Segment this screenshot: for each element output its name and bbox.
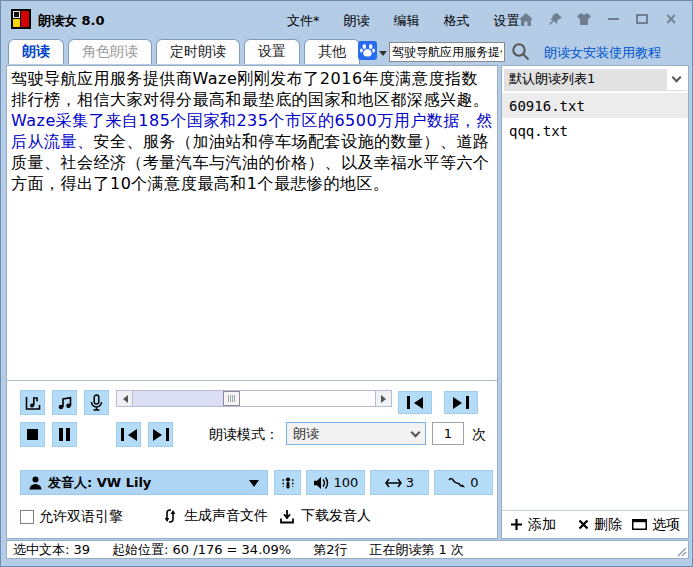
tab-timed-read[interactable]: 定时朗读 [156, 39, 240, 64]
search-input[interactable] [389, 42, 505, 62]
download-voice-label: 下载发音人 [301, 507, 371, 525]
chevron-down-icon [411, 427, 421, 437]
menu-edit[interactable]: 编辑 [394, 12, 420, 30]
voice-preview-icon [280, 475, 296, 491]
tab-read[interactable]: 朗读 [8, 39, 64, 64]
background-music-button[interactable] [52, 390, 77, 415]
voice-preview-button[interactable] [274, 470, 301, 495]
tab-bar: 朗读 角色朗读 定时朗读 设置 其他 [8, 39, 360, 64]
pitch-wave-icon [448, 477, 466, 489]
pin-icon[interactable] [547, 11, 563, 27]
playlist-panel: 默认朗读列表1 60916.txt qqq.txt 添加 删除 选项 [501, 65, 689, 539]
app-window: 朗读女 8.0 文件* 朗读 编辑 格式 设置 × 朗读 角色朗读 定时朗读 [0, 0, 693, 567]
music-note-icon [57, 395, 73, 411]
text-editor[interactable]: 驾驶导航应用服务提供商Waze刚刚发布了2016年度满意度指数排行榜，相信大家对… [7, 66, 497, 381]
read-mode-label: 朗读模式： [209, 426, 279, 444]
status-position: 起始位置: 60 /176 = 34.09% [112, 541, 291, 559]
read-mode-value: 朗读 [293, 425, 319, 443]
tutorial-link[interactable]: 朗读女安装使用教程 [544, 44, 661, 62]
x-icon [578, 519, 589, 530]
microphone-icon [89, 394, 104, 412]
playlist-list: 60916.txt qqq.txt [502, 93, 688, 143]
minimize-icon[interactable] [605, 11, 621, 27]
add-button[interactable]: 添加 [510, 516, 556, 534]
speed-value: 3 [406, 475, 414, 490]
voice-name: 发音人: VW Lily [48, 474, 151, 492]
stop-icon [27, 429, 38, 440]
baidu-paw-icon [358, 41, 377, 64]
download-icon [279, 509, 295, 524]
save-audio-button[interactable] [20, 390, 45, 415]
dropdown-arrow-icon [249, 480, 259, 492]
checkbox-icon [20, 510, 34, 524]
read-mode-select[interactable]: 朗读 [286, 422, 426, 445]
pitch-value: 0 [470, 475, 478, 490]
note-in-box-icon [24, 394, 42, 412]
pause-button[interactable] [52, 422, 77, 447]
status-reading: 正在朗读第 1 次 [369, 541, 464, 559]
menu-settings[interactable]: 设置 [494, 12, 520, 30]
tab-other[interactable]: 其他 [304, 39, 360, 64]
list-item[interactable]: 60916.txt [502, 93, 688, 118]
app-logo-icon [11, 9, 31, 29]
voice-selector[interactable]: 发音人: VW Lily [20, 470, 268, 495]
chevron-down-icon [672, 73, 682, 83]
status-selected-text: 选中文本: 39 [13, 541, 90, 559]
download-voice-button[interactable]: 下载发音人 [279, 507, 371, 525]
window-title: 朗读女 8.0 [38, 12, 105, 30]
list-item[interactable]: qqq.txt [502, 118, 688, 143]
main-panel: 驾驶导航应用服务提供商Waze刚刚发布了2016年度满意度指数排行榜，相信大家对… [6, 65, 498, 539]
tab-role-read[interactable]: 角色朗读 [68, 39, 152, 64]
delete-button[interactable]: 删除 [578, 516, 622, 534]
status-bar: 选中文本: 39 起始位置: 60 /176 = 34.09% 第2行 正在朗读… [6, 540, 689, 559]
playback-controls: 朗读模式： 朗读 次 发音人: VW Lily 100 3 [7, 381, 497, 538]
person-icon [29, 476, 42, 490]
progress-slider[interactable] [116, 390, 392, 407]
close-icon[interactable]: × [663, 11, 679, 27]
editor-text-before: 驾驶导航应用服务提供商Waze刚刚发布了2016年度满意度指数排行榜，相信大家对… [11, 69, 490, 109]
speaker-icon [313, 476, 330, 490]
playlist-actions: 添加 删除 选项 [502, 510, 688, 538]
read-times-label: 次 [472, 426, 486, 444]
speed-arrows-icon [385, 478, 402, 488]
menu-file[interactable]: 文件* [287, 12, 320, 30]
next-sentence-button[interactable] [148, 422, 173, 447]
slider-left-arrow[interactable] [116, 390, 133, 407]
maximize-icon[interactable] [634, 11, 650, 27]
bilingual-checkbox[interactable]: 允许双语引擎 [20, 508, 123, 526]
playlist-select-value: 默认朗读列表1 [504, 69, 667, 90]
slider-right-arrow[interactable] [375, 390, 392, 407]
read-times-input[interactable] [432, 422, 464, 445]
skin-icon[interactable] [576, 11, 592, 27]
title-bar: 朗读女 8.0 文件* 朗读 编辑 格式 设置 × [1, 1, 692, 37]
speed-button[interactable]: 3 [370, 470, 429, 495]
slider-fill [133, 391, 225, 406]
playlist-select[interactable]: 默认朗读列表1 [504, 68, 686, 91]
plus-icon [510, 518, 523, 531]
generate-audio-button[interactable]: 生成声音文件 [162, 507, 268, 525]
tab-settings[interactable]: 设置 [244, 39, 300, 64]
prev-sentence-button[interactable] [116, 422, 141, 447]
pause-icon [59, 428, 70, 441]
menu-bar: 文件* 朗读 编辑 格式 设置 [287, 12, 520, 30]
menu-read[interactable]: 朗读 [344, 12, 370, 30]
volume-button[interactable]: 100 [306, 470, 365, 495]
search-icon[interactable] [511, 42, 530, 65]
slider-thumb[interactable] [223, 391, 240, 406]
window-icon [632, 519, 647, 530]
stop-button[interactable] [20, 422, 45, 447]
menu-format[interactable]: 格式 [444, 12, 470, 30]
generate-audio-label: 生成声音文件 [184, 507, 268, 525]
next-file-button[interactable] [444, 391, 478, 414]
pitch-button[interactable]: 0 [434, 470, 493, 495]
volume-value: 100 [334, 475, 359, 490]
search-engine-button[interactable] [358, 41, 387, 64]
record-button[interactable] [84, 390, 109, 415]
prev-file-button[interactable] [398, 391, 432, 414]
options-button[interactable]: 选项 [632, 516, 680, 534]
home-icon[interactable] [518, 11, 534, 27]
slider-track[interactable] [133, 390, 375, 407]
resize-grip[interactable] [674, 544, 687, 557]
bilingual-label: 允许双语引擎 [39, 508, 123, 526]
convert-arrows-icon [162, 508, 178, 524]
